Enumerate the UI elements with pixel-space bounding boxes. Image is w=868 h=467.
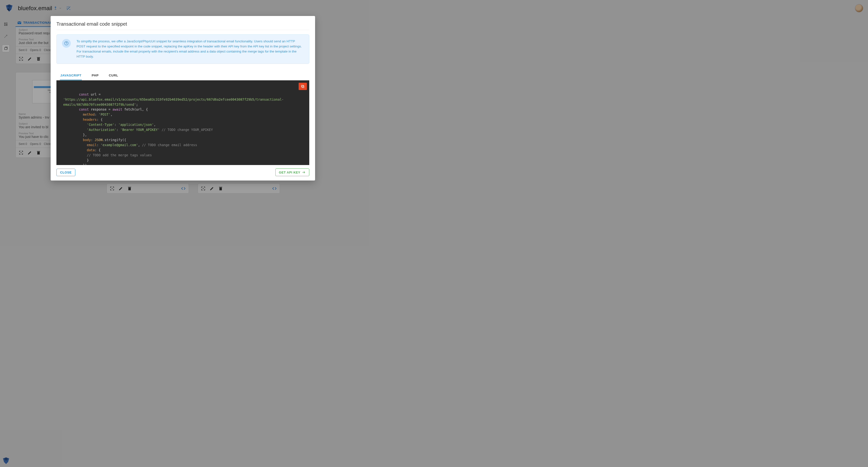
arrow-right-icon	[302, 170, 306, 174]
tab-php[interactable]: PHP	[91, 71, 99, 80]
get-api-key-button[interactable]: GET API KEY	[275, 168, 309, 176]
info-text: To simplify the process, we offer a Java…	[76, 39, 304, 59]
close-button[interactable]: CLOSE	[56, 169, 75, 176]
info-box: To simplify the process, we offer a Java…	[56, 34, 309, 64]
copy-button[interactable]	[299, 83, 307, 90]
code-content: const url = 'https://api.bluefox.email/v…	[63, 92, 303, 165]
modal-footer: CLOSE GET API KEY	[56, 165, 309, 176]
svg-point-28	[66, 44, 67, 44]
modal-title: Transactional email code snippet	[56, 21, 309, 30]
svg-rect-29	[302, 86, 304, 88]
copy-icon	[301, 85, 305, 88]
code-block: const url = 'https://api.bluefox.email/v…	[56, 80, 309, 165]
tab-curl[interactable]: CURL	[108, 71, 119, 80]
code-snippet-modal: Transactional email code snippet To simp…	[51, 16, 315, 180]
code-tabs: JAVASCRIPT PHP CURL	[56, 71, 309, 80]
help-icon	[62, 39, 71, 48]
svg-rect-30	[302, 85, 304, 87]
tab-javascript[interactable]: JAVASCRIPT	[60, 71, 82, 80]
